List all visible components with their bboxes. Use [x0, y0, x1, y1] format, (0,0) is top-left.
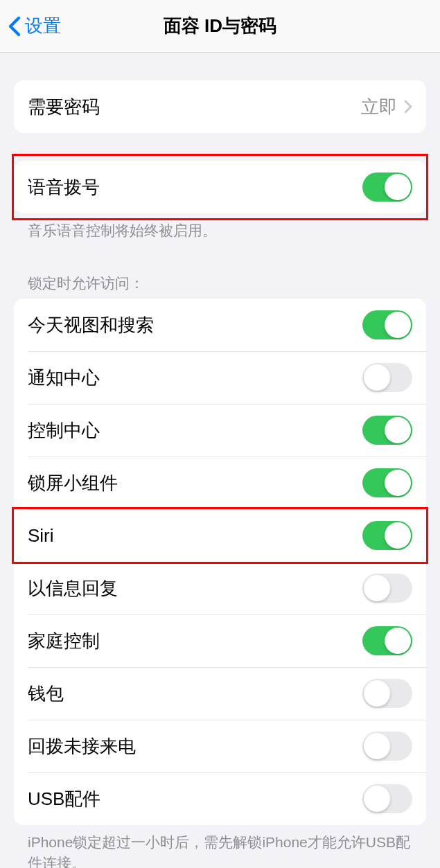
lock-item-label: 钱包 [28, 682, 362, 706]
toggle-knob [364, 786, 390, 812]
voice-dial-footer: 音乐语音控制将始终被启用。 [14, 213, 426, 247]
lock-item-label: 家庭控制 [28, 629, 362, 653]
toggle-knob [385, 470, 411, 496]
lock-item-row: 通知中心 [14, 351, 426, 404]
lock-item-row: Siri [14, 509, 426, 562]
lock-item-label: 通知中心 [28, 366, 362, 390]
lock-item-row: 以信息回复 [14, 562, 426, 614]
lock-item-label: 回拨未接来电 [28, 734, 362, 759]
toggle-knob [385, 522, 411, 549]
lock-item-toggle[interactable] [362, 732, 412, 761]
lock-item-label: 今天视图和搜索 [28, 313, 362, 337]
lock-item-label: USB配件 [28, 787, 362, 811]
page-title: 面容 ID与密码 [164, 14, 276, 38]
usb-footer: iPhone锁定超过一小时后，需先解锁iPhone才能允许USB配件连接。 [14, 825, 426, 868]
lock-item-label: 以信息回复 [28, 576, 362, 601]
toggle-knob [364, 575, 390, 601]
lock-item-toggle[interactable] [362, 784, 412, 813]
toggle-knob [364, 680, 390, 707]
navbar: 设置 面容 ID与密码 [0, 0, 440, 53]
require-passcode-label: 需要密码 [28, 95, 361, 119]
toggle-knob [364, 733, 390, 759]
voice-dial-group: 语音拨号 [14, 161, 426, 213]
back-button[interactable]: 设置 [0, 14, 61, 38]
require-passcode-row[interactable]: 需要密码 立即 [14, 80, 426, 133]
lock-item-toggle[interactable] [362, 416, 412, 445]
chevron-right-icon [404, 100, 412, 114]
back-label: 设置 [25, 14, 61, 38]
lock-item-label: 控制中心 [28, 418, 362, 443]
lock-access-group: 今天视图和搜索通知中心控制中心锁屏小组件Siri以信息回复家庭控制钱包回拨未接来… [14, 299, 426, 825]
lock-item-toggle[interactable] [362, 626, 412, 655]
lock-item-row: 家庭控制 [14, 614, 426, 667]
lock-item-toggle[interactable] [362, 679, 412, 708]
lock-item-toggle[interactable] [362, 468, 412, 497]
lock-item-label: 锁屏小组件 [28, 471, 362, 495]
back-chevron-icon [8, 16, 21, 37]
lock-item-row: 锁屏小组件 [14, 457, 426, 509]
voice-dial-label: 语音拨号 [28, 175, 362, 200]
lock-item-toggle[interactable] [362, 574, 412, 603]
toggle-knob [385, 174, 411, 200]
toggle-knob [385, 312, 411, 338]
toggle-knob [385, 628, 411, 654]
voice-dial-toggle[interactable] [362, 172, 412, 202]
lock-item-toggle[interactable] [362, 363, 412, 392]
lock-item-label: Siri [28, 525, 362, 547]
lock-item-row: USB配件 [14, 772, 426, 825]
passcode-group: 需要密码 立即 [14, 80, 426, 133]
lock-item-row: 钱包 [14, 667, 426, 720]
lock-item-row: 回拨未接来电 [14, 720, 426, 772]
toggle-knob [364, 364, 390, 391]
require-passcode-value: 立即 [361, 95, 397, 119]
voice-dial-row: 语音拨号 [14, 161, 426, 213]
lock-item-toggle[interactable] [362, 310, 412, 339]
lock-item-row: 今天视图和搜索 [14, 299, 426, 351]
lock-item-row: 控制中心 [14, 404, 426, 457]
lock-access-header: 锁定时允许访问： [14, 268, 426, 299]
lock-item-toggle[interactable] [362, 521, 412, 550]
toggle-knob [385, 417, 411, 443]
